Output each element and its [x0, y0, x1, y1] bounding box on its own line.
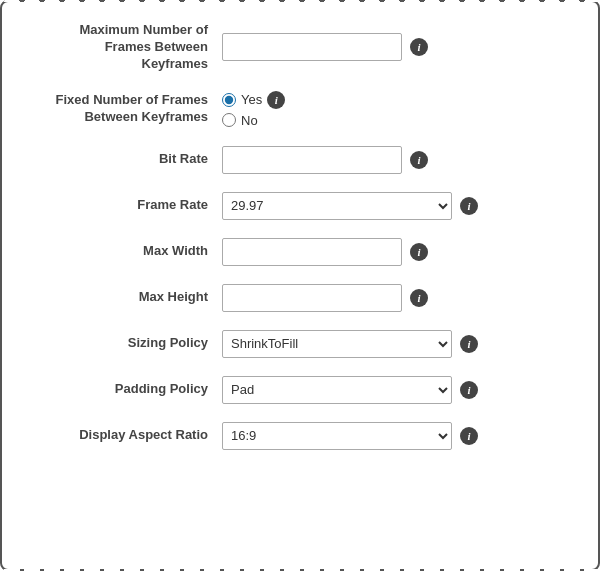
max-height-row: Max Height 1080 i [32, 284, 568, 312]
display-aspect-ratio-controls: 16:9 4:3 auto i [222, 422, 478, 450]
max-frames-row: Maximum Number ofFrames BetweenKeyframes… [32, 22, 568, 73]
max-width-label: Max Width [32, 243, 222, 260]
frame-rate-controls: 29.97 23.976 24 25 30 50 59.94 60 i [222, 192, 478, 220]
bit-rate-label: Bit Rate [32, 151, 222, 168]
max-height-label: Max Height [32, 289, 222, 306]
max-height-input[interactable]: 1080 [222, 284, 402, 312]
fixed-frames-controls: Yes i No [222, 91, 285, 128]
display-aspect-ratio-info-icon[interactable]: i [460, 427, 478, 445]
sizing-policy-label: Sizing Policy [32, 335, 222, 352]
sizing-policy-controls: ShrinkToFill Fill Fit Stretch Keep i [222, 330, 478, 358]
fixed-frames-radio-group: Yes i No [222, 91, 285, 128]
fixed-frames-label: Fixed Number of FramesBetween Keyframes [32, 92, 222, 126]
max-frames-info-icon[interactable]: i [410, 38, 428, 56]
fixed-frames-yes-radio[interactable] [222, 93, 236, 107]
max-width-controls: 1920 i [222, 238, 428, 266]
fixed-frames-no-row: No [222, 113, 285, 128]
fixed-frames-yes-row: Yes i [222, 91, 285, 109]
sizing-policy-info-icon[interactable]: i [460, 335, 478, 353]
bit-rate-row: Bit Rate 10000 i [32, 146, 568, 174]
frame-rate-label: Frame Rate [32, 197, 222, 214]
padding-policy-controls: Pad NoPad i [222, 376, 478, 404]
max-width-row: Max Width 1920 i [32, 238, 568, 266]
bit-rate-controls: 10000 i [222, 146, 428, 174]
fixed-frames-no-label: No [241, 113, 258, 128]
bit-rate-input[interactable]: 10000 [222, 146, 402, 174]
fixed-frames-row: Fixed Number of FramesBetween Keyframes … [32, 91, 568, 128]
fixed-frames-yes-label: Yes [241, 92, 262, 107]
padding-policy-select[interactable]: Pad NoPad [222, 376, 452, 404]
fixed-frames-info-icon[interactable]: i [267, 91, 285, 109]
max-frames-controls: 15 i [222, 33, 428, 61]
frame-rate-select[interactable]: 29.97 23.976 24 25 30 50 59.94 60 [222, 192, 452, 220]
max-height-info-icon[interactable]: i [410, 289, 428, 307]
frame-rate-info-icon[interactable]: i [460, 197, 478, 215]
display-aspect-ratio-label: Display Aspect Ratio [32, 427, 222, 444]
padding-policy-row: Padding Policy Pad NoPad i [32, 376, 568, 404]
frame-rate-row: Frame Rate 29.97 23.976 24 25 30 50 59.9… [32, 192, 568, 220]
settings-panel: Maximum Number ofFrames BetweenKeyframes… [0, 0, 600, 571]
display-aspect-ratio-select[interactable]: 16:9 4:3 auto [222, 422, 452, 450]
sizing-policy-row: Sizing Policy ShrinkToFill Fill Fit Stre… [32, 330, 568, 358]
fixed-frames-no-radio[interactable] [222, 113, 236, 127]
bit-rate-info-icon[interactable]: i [410, 151, 428, 169]
padding-policy-info-icon[interactable]: i [460, 381, 478, 399]
padding-policy-label: Padding Policy [32, 381, 222, 398]
max-width-input[interactable]: 1920 [222, 238, 402, 266]
display-aspect-ratio-row: Display Aspect Ratio 16:9 4:3 auto i [32, 422, 568, 450]
max-height-controls: 1080 i [222, 284, 428, 312]
max-frames-input[interactable]: 15 [222, 33, 402, 61]
sizing-policy-select[interactable]: ShrinkToFill Fill Fit Stretch Keep [222, 330, 452, 358]
max-width-info-icon[interactable]: i [410, 243, 428, 261]
max-frames-label: Maximum Number ofFrames BetweenKeyframes [32, 22, 222, 73]
